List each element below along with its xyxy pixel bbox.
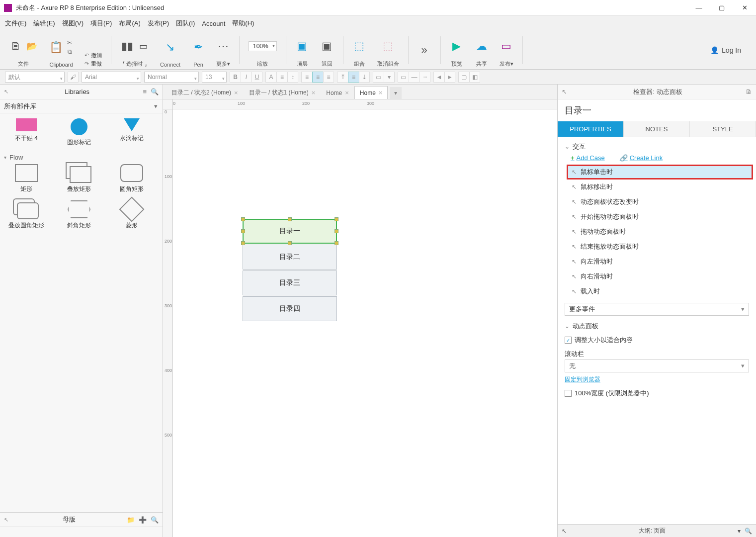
add-case-link[interactable]: +Add Case: [571, 154, 605, 162]
fill-button[interactable]: ▭: [373, 72, 384, 83]
border-color-button[interactable]: ▭: [398, 72, 409, 83]
font-combo[interactable]: Arial: [82, 72, 141, 83]
widget-selected[interactable]: 目录一: [243, 219, 337, 244]
menu-project[interactable]: 项目(P): [90, 19, 112, 28]
menu-view[interactable]: 视图(V): [62, 19, 84, 28]
collapse-masters-icon[interactable]: ↖: [4, 517, 8, 523]
event-onclick[interactable]: ↖鼠标单击时: [567, 165, 753, 179]
close-button[interactable]: ✕: [733, 0, 756, 16]
page-tab[interactable]: 目录二 / 状态2 (Home)×: [166, 86, 244, 99]
more-tools-icon[interactable]: ⋯: [216, 39, 230, 53]
lib-section-flow[interactable]: Flow: [4, 154, 159, 161]
lib-item[interactable]: 不干贴 4: [4, 118, 49, 147]
style-preset[interactable]: 默认: [5, 72, 65, 83]
lib-search-icon[interactable]: 🔍: [151, 88, 159, 95]
padding-button[interactable]: ▢: [458, 72, 469, 83]
event-item[interactable]: ↖载入时: [567, 284, 753, 299]
event-item[interactable]: ↖开始拖动动态面板时: [567, 209, 753, 224]
select-intersect-icon[interactable]: ▭: [137, 40, 149, 52]
event-item[interactable]: ↖拖动动态面板时: [567, 224, 753, 239]
outline-search-icon[interactable]: 🔍: [745, 528, 752, 535]
connect-icon[interactable]: ↘: [163, 40, 177, 54]
event-item[interactable]: ↖向左滑动时: [567, 254, 753, 269]
event-item[interactable]: ↖动态面板状态改变时: [567, 194, 753, 209]
text-color-button[interactable]: A: [265, 72, 276, 83]
maximize-button[interactable]: ▢: [710, 0, 733, 16]
shadow-button[interactable]: ◧: [469, 72, 480, 83]
canvas[interactable]: 目录一 目录二 目录三 目录四: [173, 109, 557, 537]
widget[interactable]: 目录四: [243, 296, 337, 321]
bullet-button[interactable]: ≡: [276, 72, 287, 83]
more-events-combo[interactable]: 更多事件: [565, 303, 749, 316]
lib-item[interactable]: 菱形: [109, 200, 154, 230]
share-icon[interactable]: ☁: [475, 39, 489, 53]
paste-icon[interactable]: 📋: [49, 40, 63, 54]
arrow-end-button[interactable]: ►: [444, 72, 455, 83]
paint-format-icon[interactable]: 🖌: [68, 72, 79, 83]
italic-button[interactable]: I: [241, 72, 252, 83]
lib-item[interactable]: 圆角矩形: [109, 164, 154, 193]
arrow-start-button[interactable]: ◄: [433, 72, 444, 83]
library-selector[interactable]: 所有部件库: [0, 99, 163, 113]
lib-item[interactable]: 叠放圆角矩形: [4, 200, 49, 230]
align-center-button[interactable]: ≡: [312, 72, 323, 83]
master-add-icon[interactable]: ➕: [139, 516, 147, 524]
ribbon-publish-label[interactable]: 发布▾: [500, 60, 513, 68]
lib-item[interactable]: 叠放矩形: [57, 164, 101, 193]
size-combo[interactable]: 13: [202, 72, 227, 83]
lib-menu-icon[interactable]: ≡: [143, 88, 147, 95]
page-tab[interactable]: 目录一 / 状态1 (Home)×: [244, 86, 321, 99]
align-right-button[interactable]: ≡: [323, 72, 334, 83]
new-file-icon[interactable]: 🗎: [9, 39, 23, 53]
event-item[interactable]: ↖向右滑动时: [567, 269, 753, 284]
menu-arrange[interactable]: 布局(A): [119, 19, 140, 28]
menu-team[interactable]: 团队(I): [176, 19, 195, 28]
event-item[interactable]: ↖结束拖放动态面板时: [567, 239, 753, 254]
page-icon[interactable]: 🗎: [746, 88, 752, 95]
close-icon[interactable]: ×: [312, 89, 316, 96]
select-tool-icon[interactable]: ▮▮: [120, 39, 134, 53]
lib-item[interactable]: 水滴标记: [109, 118, 154, 147]
align-left-button[interactable]: ≡: [301, 72, 312, 83]
tab-style[interactable]: STYLE: [690, 121, 756, 137]
page-tab-active[interactable]: Home×: [354, 86, 388, 99]
cut-icon[interactable]: ✂: [66, 39, 74, 47]
fit-checkbox[interactable]: ✓: [565, 337, 572, 344]
close-icon[interactable]: ×: [345, 89, 349, 96]
lib-item[interactable]: 圆形标记: [57, 118, 101, 147]
bold-button[interactable]: B: [230, 72, 241, 83]
undo-button[interactable]: ↶撤消: [84, 52, 102, 59]
ungroup-icon[interactable]: ⬚: [381, 39, 395, 53]
menu-account[interactable]: Account: [202, 20, 225, 27]
valign-bot-button[interactable]: ⤓: [359, 72, 370, 83]
master-add-folder-icon[interactable]: 📁: [127, 516, 135, 524]
front-icon[interactable]: ▣: [295, 39, 309, 53]
collapse-outline-icon[interactable]: ↖: [562, 528, 567, 535]
menu-edit[interactable]: 编辑(E): [33, 19, 55, 28]
menu-file[interactable]: 文件(E): [5, 19, 26, 28]
valign-mid-button[interactable]: ≡: [348, 72, 359, 83]
back-icon[interactable]: ▣: [320, 39, 334, 53]
line-spacing-button[interactable]: ↕: [287, 72, 298, 83]
collapse-right-icon[interactable]: ↖: [562, 88, 567, 95]
copy-icon[interactable]: ⧉: [66, 48, 74, 56]
menu-help[interactable]: 帮助(H): [232, 19, 254, 28]
tab-overflow-icon[interactable]: ▾: [390, 87, 402, 99]
valign-top-button[interactable]: ⤒: [337, 72, 348, 83]
pin-link[interactable]: 固定到浏览器: [565, 376, 600, 383]
minimize-button[interactable]: —: [687, 0, 710, 16]
publish-icon[interactable]: ▭: [500, 39, 513, 53]
close-icon[interactable]: ×: [234, 89, 238, 96]
weight-combo[interactable]: Normal: [144, 72, 199, 83]
event-item[interactable]: ↖鼠标移出时: [567, 179, 753, 194]
collapse-left-icon[interactable]: ↖: [4, 89, 8, 95]
section-dynamic-panel[interactable]: 动态面板: [558, 317, 756, 334]
outline-filter-icon[interactable]: ▾: [738, 528, 741, 535]
scrollbar-combo[interactable]: 无: [565, 359, 749, 372]
border-style-button[interactable]: ┄: [420, 72, 430, 83]
redo-button[interactable]: ↷重做: [84, 60, 102, 68]
menu-publish[interactable]: 发布(P): [148, 19, 169, 28]
underline-button[interactable]: U: [252, 72, 262, 83]
tab-properties[interactable]: PROPERTIES: [558, 121, 624, 137]
overflow-icon[interactable]: »: [418, 43, 431, 57]
